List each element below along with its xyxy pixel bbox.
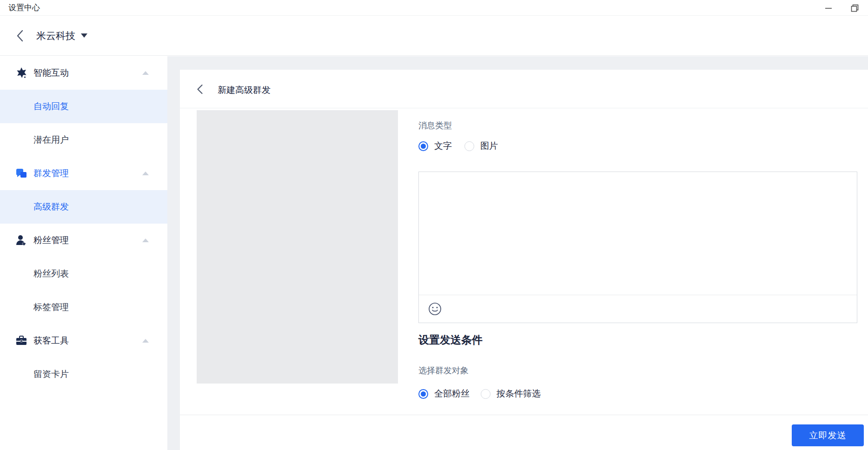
message-text-input[interactable] — [419, 172, 857, 295]
chevron-left-icon — [16, 30, 24, 42]
sidebar-item-smart-interaction[interactable]: 智能互动 — [0, 56, 167, 90]
sidebar-item-advanced-mass-send[interactable]: 高级群发 — [0, 190, 167, 224]
radio-selected[interactable] — [418, 389, 428, 399]
radio-label[interactable]: 图片 — [480, 140, 498, 152]
account-switcher[interactable]: 米云科技 — [36, 29, 87, 42]
radio-label[interactable]: 按条件筛选 — [497, 388, 541, 400]
emoji-button[interactable] — [427, 302, 442, 317]
account-header: 米云科技 — [0, 16, 868, 56]
message-editor — [418, 172, 857, 323]
message-preview-placeholder — [197, 110, 398, 384]
radio-selected[interactable] — [418, 141, 428, 151]
sidebar-item-fan-list[interactable]: 粉丝列表 — [0, 257, 167, 291]
radio-option-image[interactable]: 图片 — [464, 140, 498, 152]
collapse-arrow-icon — [142, 238, 149, 242]
editor-toolbar — [419, 295, 857, 323]
chevron-left-icon — [197, 84, 203, 94]
minimize-button[interactable] — [822, 1, 835, 15]
collapse-arrow-icon — [142, 339, 149, 343]
message-type-label: 消息类型 — [418, 120, 452, 131]
sidebar-item-tag-management[interactable]: 标签管理 — [0, 291, 167, 324]
sidebar-item-label: 潜在用户 — [33, 134, 69, 146]
send-now-button[interactable]: 立即发送 — [792, 424, 864, 446]
sidebar-item-label: 群发管理 — [33, 167, 69, 179]
page-back-button[interactable] — [194, 83, 206, 95]
restore-icon — [851, 4, 859, 12]
sidebar-item-potential-users[interactable]: 潜在用户 — [0, 123, 167, 157]
sidebar-item-label: 留资卡片 — [33, 368, 69, 380]
minimize-icon — [825, 4, 832, 12]
collapse-arrow-icon — [142, 172, 149, 175]
emoji-icon — [428, 302, 442, 316]
window-controls — [822, 0, 864, 16]
sidebar-item-label: 自动回复 — [33, 100, 69, 112]
window-title: 设置中心 — [8, 2, 40, 13]
app-body: 智能互动 自动回复 潜在用户 群发管理 高级群发 — [0, 56, 868, 450]
collapse-arrow-icon — [142, 71, 149, 75]
target-label: 选择群发对象 — [418, 365, 469, 376]
radio-option-filter[interactable]: 按条件筛选 — [481, 388, 541, 400]
main-panel: 新建高级群发 消息类型 文字 图片 — [180, 70, 868, 450]
fan-user-icon — [15, 234, 27, 246]
footer-divider — [180, 415, 868, 415]
page-title: 新建高级群发 — [218, 84, 271, 96]
sidebar-item-label: 粉丝管理 — [33, 234, 69, 246]
radio-unselected[interactable] — [481, 389, 490, 399]
radio-option-all-fans[interactable]: 全部粉丝 — [418, 388, 470, 400]
sidebar-item-acquisition-tools[interactable]: 获客工具 — [0, 324, 167, 357]
caret-down-icon — [81, 33, 87, 38]
sidebar-item-fan-management[interactable]: 粉丝管理 — [0, 224, 167, 257]
radio-unselected[interactable] — [464, 141, 474, 151]
sidebar-item-label: 获客工具 — [33, 335, 69, 347]
message-type-radio-group: 文字 图片 — [418, 140, 498, 152]
send-condition-heading: 设置发送条件 — [418, 333, 483, 347]
spark-icon — [15, 67, 27, 79]
radio-label[interactable]: 全部粉丝 — [434, 388, 470, 400]
radio-option-text[interactable]: 文字 — [418, 140, 452, 152]
sidebar-item-auto-reply[interactable]: 自动回复 — [0, 90, 167, 123]
header-back-button[interactable] — [14, 30, 26, 42]
radio-dot — [421, 144, 426, 149]
radio-dot — [421, 391, 426, 397]
sidebar: 智能互动 自动回复 潜在用户 群发管理 高级群发 — [0, 56, 167, 450]
sidebar-item-label: 智能互动 — [33, 67, 69, 79]
sidebar-item-label: 粉丝列表 — [33, 268, 69, 280]
restore-button[interactable] — [848, 1, 861, 15]
page-header: 新建高级群发 — [180, 70, 868, 108]
radio-label[interactable]: 文字 — [434, 140, 452, 152]
toolbox-icon — [15, 335, 27, 347]
sidebar-item-lead-card[interactable]: 留资卡片 — [0, 357, 167, 391]
target-radio-group: 全部粉丝 按条件筛选 — [418, 388, 541, 400]
chat-bubbles-icon — [15, 167, 27, 179]
sidebar-item-label: 高级群发 — [33, 201, 69, 213]
sidebar-item-label: 标签管理 — [33, 301, 69, 313]
sidebar-item-mass-send-management[interactable]: 群发管理 — [0, 157, 167, 190]
account-name: 米云科技 — [36, 29, 75, 42]
window-titlebar: 设置中心 — [0, 0, 868, 16]
